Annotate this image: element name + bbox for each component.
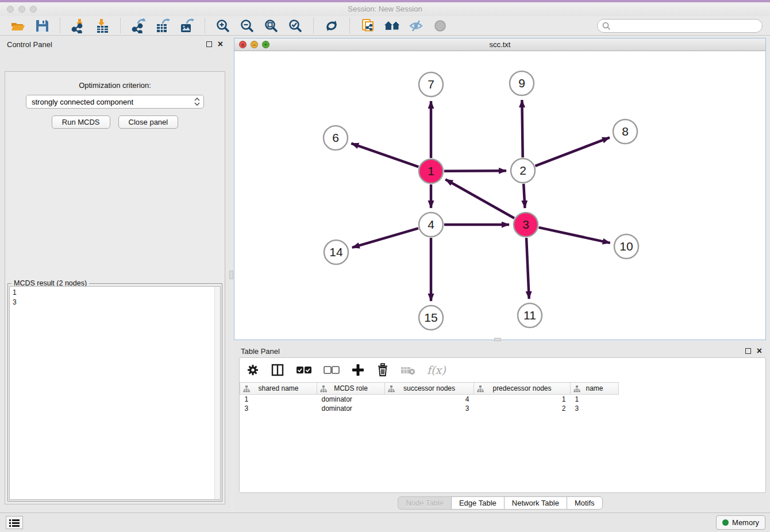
close-panel-icon[interactable]: × (757, 347, 762, 355)
column-header-shared-name[interactable]: shared name (240, 383, 317, 395)
node-label-11: 11 (523, 309, 536, 322)
mcds-result-text[interactable]: 1 3 (9, 286, 221, 500)
edge-4-14[interactable] (352, 228, 418, 247)
zoom-out-icon[interactable] (239, 18, 255, 34)
table-cell: 3 (571, 404, 619, 413)
tree-icon (477, 385, 484, 392)
node-table: shared nameMCDS rolesuccessor nodesprede… (240, 382, 619, 413)
node-label-10: 10 (619, 240, 633, 253)
toolbar-separator (60, 18, 60, 33)
network-view-window: x – + scc.txt 7968124314101511 (234, 38, 766, 340)
tab-edge-table[interactable]: Edge Table (451, 496, 505, 510)
import-network-icon[interactable] (70, 18, 86, 34)
settings-icon[interactable] (247, 364, 259, 376)
criterion-value: strongly connected component (32, 98, 194, 106)
save-session-icon[interactable] (34, 18, 50, 34)
network-canvas[interactable]: 7968124314101511 (234, 51, 765, 340)
horizontal-splitter-handle[interactable] (494, 338, 501, 341)
table-cell: dominator (317, 395, 385, 404)
show-all-icon[interactable] (432, 18, 448, 34)
float-panel-icon[interactable] (206, 41, 212, 47)
optimization-criterion-label: Optimization criterion: (5, 81, 225, 90)
table-row[interactable]: 3dominator323 (240, 404, 619, 413)
run-mcds-button[interactable]: Run MCDS (52, 115, 110, 129)
float-panel-icon[interactable] (745, 348, 751, 354)
control-panel-title: Control Panel (7, 40, 206, 49)
table-row[interactable]: 1dominator411 (240, 395, 619, 404)
export-image-icon[interactable] (179, 18, 195, 34)
import-table-icon[interactable] (94, 18, 110, 34)
column-header-name[interactable]: name (571, 383, 619, 395)
column-header-successor-nodes[interactable]: successor nodes (385, 383, 474, 395)
refresh-icon[interactable] (324, 18, 340, 34)
node-label-3: 3 (522, 218, 529, 231)
search-field[interactable] (597, 19, 763, 33)
tab-node-table[interactable]: Node Table (398, 496, 452, 510)
node-table-container: f(x) shared nameMCDS rolesuccessor nodes… (239, 357, 766, 493)
node-label-15: 15 (424, 311, 437, 324)
table-cell: 1 (474, 395, 571, 404)
edge-2-9[interactable] (522, 100, 522, 157)
node-label-1: 1 (428, 164, 434, 178)
select-all-icon[interactable] (296, 365, 312, 375)
window-title: Session: New Session (0, 5, 770, 13)
export-table-icon[interactable] (155, 18, 171, 34)
delete-column-icon[interactable] (376, 363, 389, 377)
home-pair-icon[interactable] (384, 18, 400, 34)
tab-motifs[interactable]: Motifs (567, 496, 603, 510)
edge-2-3[interactable] (523, 184, 525, 208)
task-history-button[interactable] (6, 516, 23, 529)
vertical-splitter-handle[interactable] (229, 271, 233, 279)
edge-3-1[interactable] (445, 179, 514, 218)
delete-table-icon (401, 365, 415, 375)
close-panel-icon[interactable]: × (218, 40, 223, 48)
network-maximize-icon[interactable]: + (262, 41, 270, 48)
node-label-7: 7 (428, 78, 434, 91)
table-cell: 1 (571, 395, 619, 404)
toolbar-separator (349, 18, 350, 33)
edge-3-11[interactable] (526, 238, 529, 299)
mcds-result-scrollbar[interactable] (214, 287, 220, 499)
node-label-8: 8 (622, 125, 629, 138)
edge-3-10[interactable] (538, 228, 610, 243)
edge-1-2[interactable] (444, 171, 506, 171)
close-panel-button[interactable]: Close panel (118, 115, 179, 129)
zoom-selected-icon[interactable] (287, 18, 303, 34)
function-builder-icon: f(x) (427, 364, 446, 376)
tree-icon (320, 385, 327, 392)
table-cell: 3 (240, 404, 317, 413)
memory-button[interactable]: Memory (716, 515, 765, 530)
main-toolbar (0, 16, 770, 36)
table-panel-title: Table Panel (241, 347, 745, 356)
eye-slash-icon[interactable] (408, 18, 424, 34)
column-header-MCDS-role[interactable]: MCDS role (317, 383, 385, 395)
table-cell: 4 (385, 395, 474, 404)
add-column-icon[interactable] (351, 363, 365, 377)
edge-1-6[interactable] (351, 144, 418, 167)
criterion-select[interactable]: strongly connected component (26, 95, 204, 109)
open-session-icon[interactable] (10, 18, 26, 34)
column-header-predecessor-nodes[interactable]: predecessor nodes (474, 383, 571, 395)
clone-network-icon[interactable] (360, 18, 376, 34)
table-cell: dominator (317, 404, 385, 413)
node-label-2: 2 (519, 164, 526, 177)
network-window-titlebar[interactable]: x – + scc.txt (234, 38, 765, 51)
node-label-9: 9 (518, 76, 525, 90)
list-icon (9, 519, 20, 527)
deselect-all-icon[interactable] (324, 365, 340, 375)
select-stepper-icon (194, 97, 200, 106)
memory-label: Memory (732, 518, 759, 527)
table-cell: 2 (474, 404, 571, 413)
table-cell: 3 (385, 404, 474, 413)
network-minimize-icon[interactable]: – (251, 41, 258, 48)
tab-network-table[interactable]: Network Table (504, 496, 567, 510)
zoom-fit-icon[interactable] (263, 18, 279, 34)
split-view-icon[interactable] (271, 363, 284, 377)
network-close-icon[interactable]: x (239, 41, 247, 48)
control-panel-header: Control Panel × (0, 36, 230, 53)
search-input[interactable] (614, 22, 762, 30)
zoom-in-icon[interactable] (215, 18, 231, 34)
edge-2-8[interactable] (535, 137, 609, 165)
export-network-icon[interactable] (130, 18, 147, 34)
search-icon (602, 22, 611, 30)
